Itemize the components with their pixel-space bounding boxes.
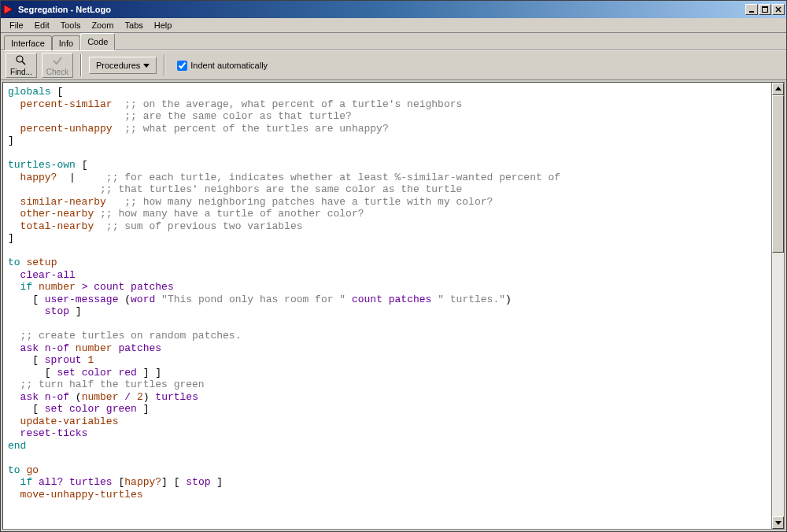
scroll-down-button[interactable] xyxy=(772,516,784,529)
minimize-button[interactable] xyxy=(745,4,758,15)
menu-bar: File Edit Tools Zoom Tabs Help xyxy=(1,18,786,33)
svg-point-6 xyxy=(17,56,23,62)
indent-checkbox-wrap[interactable]: Indent automatically xyxy=(177,61,268,71)
toolbar: Find... Check Procedures Indent automati… xyxy=(1,50,786,80)
menu-zoom[interactable]: Zoom xyxy=(86,19,119,31)
menu-tools[interactable]: Tools xyxy=(55,19,87,31)
svg-marker-10 xyxy=(775,521,781,525)
scroll-up-button[interactable] xyxy=(772,83,784,95)
svg-marker-0 xyxy=(4,5,13,14)
indent-checkbox[interactable] xyxy=(177,61,187,71)
vertical-scrollbar[interactable] xyxy=(771,83,784,529)
toolbar-separator xyxy=(80,54,82,76)
svg-marker-9 xyxy=(775,87,781,91)
code-editor[interactable]: globals [ percent-similar ;; on the aver… xyxy=(3,83,771,529)
find-button[interactable]: Find... xyxy=(6,53,37,78)
menu-edit[interactable]: Edit xyxy=(29,19,55,31)
chevron-down-icon xyxy=(143,61,150,70)
magnifier-icon xyxy=(16,55,27,68)
window-buttons xyxy=(745,4,785,15)
scroll-thumb[interactable] xyxy=(772,95,784,253)
editor-container: globals [ percent-similar ;; on the aver… xyxy=(2,82,785,530)
svg-rect-1 xyxy=(749,11,754,13)
window-title: Segregation - NetLogo xyxy=(18,5,745,14)
menu-file[interactable]: File xyxy=(4,19,29,31)
tab-interface[interactable]: Interface xyxy=(4,35,52,50)
title-bar[interactable]: Segregation - NetLogo xyxy=(1,1,786,18)
svg-rect-3 xyxy=(762,6,768,8)
app-icon xyxy=(2,3,15,16)
indent-label: Indent automatically xyxy=(190,61,268,70)
svg-line-7 xyxy=(22,61,25,65)
find-label: Find... xyxy=(10,68,32,76)
check-button[interactable]: Check xyxy=(42,53,73,78)
procedures-label: Procedures xyxy=(96,61,140,70)
tab-info[interactable]: Info xyxy=(52,35,80,50)
procedures-dropdown[interactable]: Procedures xyxy=(89,57,157,74)
tab-bar: Interface Info Code xyxy=(1,33,786,50)
menu-help[interactable]: Help xyxy=(149,19,178,31)
menu-tabs[interactable]: Tabs xyxy=(120,19,149,31)
maximize-button[interactable] xyxy=(759,4,771,15)
scroll-track[interactable] xyxy=(772,95,784,516)
app-window: Segregation - NetLogo File Edit Tools Zo… xyxy=(0,0,787,532)
tab-code[interactable]: Code xyxy=(80,33,115,50)
check-label: Check xyxy=(46,68,68,76)
svg-marker-8 xyxy=(143,64,150,68)
close-button[interactable] xyxy=(772,4,785,15)
toolbar-separator-2 xyxy=(164,54,165,76)
checkmark-icon xyxy=(52,55,63,68)
